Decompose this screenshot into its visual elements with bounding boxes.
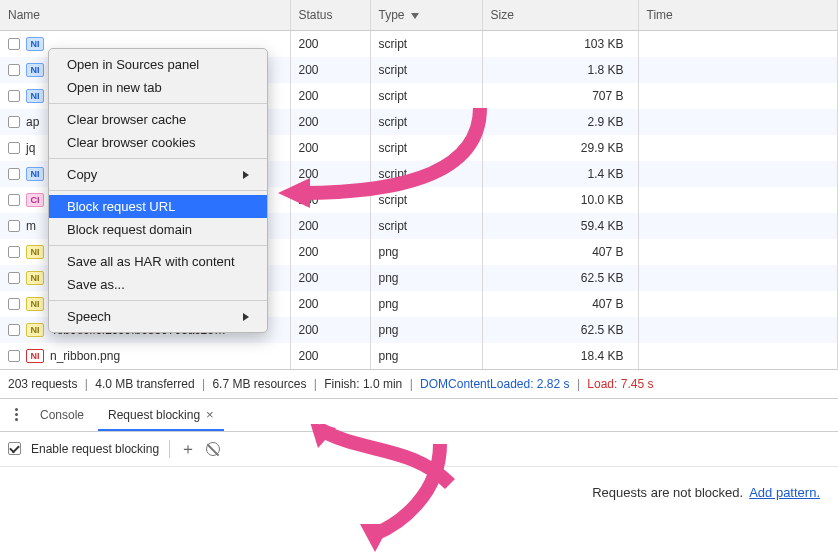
tab-console[interactable]: Console — [30, 400, 94, 430]
cell-size: 62.5 KB — [482, 317, 638, 343]
row-checkbox[interactable] — [8, 90, 20, 102]
sort-caret-icon — [411, 13, 419, 19]
cell-size: 2.9 KB — [482, 109, 638, 135]
cell-type: png — [370, 239, 482, 265]
request-blocking-body: Requests are not blocked. Add pattern. — [0, 467, 838, 518]
cell-status: 200 — [290, 135, 370, 161]
menu-open-new-tab[interactable]: Open in new tab — [49, 76, 267, 99]
row-checkbox[interactable] — [8, 142, 20, 154]
cell-status: 200 — [290, 265, 370, 291]
file-type-badge: NI — [26, 89, 44, 103]
row-checkbox[interactable] — [8, 38, 20, 50]
col-status[interactable]: Status — [290, 0, 370, 30]
cell-status: 200 — [290, 83, 370, 109]
file-type-badge: NI — [26, 37, 44, 51]
col-size[interactable]: Size — [482, 0, 638, 30]
cell-status: 200 — [290, 343, 370, 369]
col-type[interactable]: Type — [370, 0, 482, 30]
menu-speech[interactable]: Speech — [49, 305, 267, 328]
menu-copy[interactable]: Copy — [49, 163, 267, 186]
cell-type: script — [370, 30, 482, 57]
cell-type: script — [370, 109, 482, 135]
menu-open-sources[interactable]: Open in Sources panel — [49, 53, 267, 76]
cell-time — [638, 291, 838, 317]
status-requests: 203 requests — [8, 377, 77, 391]
cell-type: png — [370, 317, 482, 343]
cell-size: 10.0 KB — [482, 187, 638, 213]
tab-request-blocking[interactable]: Request blocking × — [98, 399, 224, 430]
add-pattern-link[interactable]: Add pattern. — [749, 485, 820, 500]
row-checkbox[interactable] — [8, 324, 20, 336]
menu-save-har[interactable]: Save all as HAR with content — [49, 250, 267, 273]
cell-size: 29.9 KB — [482, 135, 638, 161]
row-checkbox[interactable] — [8, 220, 20, 232]
submenu-caret-icon — [243, 171, 249, 179]
cell-time — [638, 109, 838, 135]
status-transferred: 4.0 MB transferred — [95, 377, 194, 391]
cell-time — [638, 57, 838, 83]
col-time[interactable]: Time — [638, 0, 838, 30]
request-blocking-toolbar: Enable request blocking ＋ — [0, 432, 838, 467]
row-checkbox[interactable] — [8, 350, 20, 362]
cell-size: 18.4 KB — [482, 343, 638, 369]
cell-status: 200 — [290, 187, 370, 213]
cell-type: script — [370, 161, 482, 187]
file-type-badge: NI — [26, 349, 44, 363]
cell-size: 407 B — [482, 291, 638, 317]
file-name: ap — [26, 115, 39, 129]
cell-type: png — [370, 343, 482, 369]
add-pattern-button[interactable]: ＋ — [180, 441, 196, 457]
cell-time — [638, 30, 838, 57]
cell-type: png — [370, 265, 482, 291]
cell-time — [638, 317, 838, 343]
cell-time — [638, 161, 838, 187]
cell-status: 200 — [290, 291, 370, 317]
cell-type: script — [370, 83, 482, 109]
cell-size: 62.5 KB — [482, 265, 638, 291]
context-menu: Open in Sources panel Open in new tab Cl… — [48, 48, 268, 333]
enable-blocking-checkbox[interactable] — [8, 442, 21, 455]
cell-size: 707 B — [482, 83, 638, 109]
row-checkbox[interactable] — [8, 194, 20, 206]
drawer-more-icon[interactable] — [6, 408, 26, 421]
cell-time — [638, 265, 838, 291]
cell-type: script — [370, 135, 482, 161]
file-type-badge: NI — [26, 245, 44, 259]
row-checkbox[interactable] — [8, 298, 20, 310]
cell-size: 59.4 KB — [482, 213, 638, 239]
file-type-badge: NI — [26, 63, 44, 77]
row-checkbox[interactable] — [8, 272, 20, 284]
file-type-badge: NI — [26, 271, 44, 285]
file-name: jq — [26, 141, 35, 155]
menu-save-as[interactable]: Save as... — [49, 273, 267, 296]
cell-status: 200 — [290, 57, 370, 83]
file-type-badge: CI — [26, 193, 44, 207]
cell-type: script — [370, 213, 482, 239]
menu-block-domain[interactable]: Block request domain — [49, 218, 267, 241]
cell-time — [638, 83, 838, 109]
col-name[interactable]: Name — [0, 0, 290, 30]
clear-patterns-icon[interactable] — [206, 442, 220, 456]
cell-size: 1.8 KB — [482, 57, 638, 83]
cell-type: png — [370, 291, 482, 317]
row-checkbox[interactable] — [8, 168, 20, 180]
status-resources: 6.7 MB resources — [212, 377, 306, 391]
row-checkbox[interactable] — [8, 64, 20, 76]
cell-type: script — [370, 187, 482, 213]
menu-clear-cookies[interactable]: Clear browser cookies — [49, 131, 267, 154]
cell-size: 103 KB — [482, 30, 638, 57]
submenu-caret-icon — [243, 313, 249, 321]
cell-status: 200 — [290, 109, 370, 135]
cell-time — [638, 213, 838, 239]
status-finish: Finish: 1.0 min — [324, 377, 402, 391]
menu-clear-cache[interactable]: Clear browser cache — [49, 108, 267, 131]
file-name: m — [26, 219, 36, 233]
cell-status: 200 — [290, 30, 370, 57]
not-blocked-label: Requests are not blocked. — [592, 485, 743, 500]
cell-time — [638, 239, 838, 265]
table-row[interactable]: NIn_ribbon.png200png18.4 KB — [0, 343, 838, 369]
menu-block-url[interactable]: Block request URL — [49, 195, 267, 218]
row-checkbox[interactable] — [8, 116, 20, 128]
close-icon[interactable]: × — [206, 407, 214, 422]
row-checkbox[interactable] — [8, 246, 20, 258]
